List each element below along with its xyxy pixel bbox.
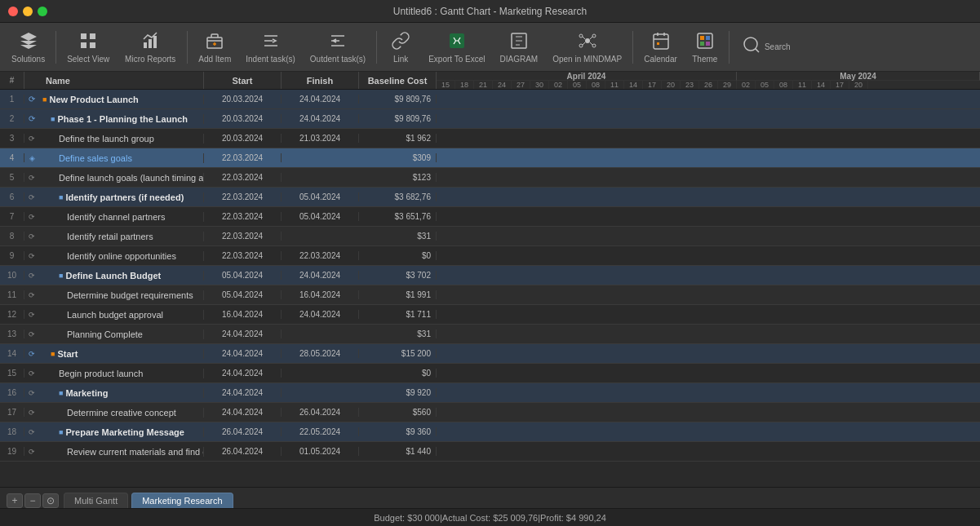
outdent-icon [328, 31, 348, 53]
minimize-button[interactable] [23, 7, 33, 16]
table-row[interactable]: 5 ⟳ Define launch goals (launch timing a… [0, 168, 980, 188]
day-cell: 05 [568, 81, 587, 89]
table-row[interactable]: 19 ⟳ Review current materials and find o… [0, 442, 980, 462]
window-controls[interactable] [8, 7, 47, 16]
tab-multi-gantt[interactable]: Multi Gantt [64, 493, 128, 508]
table-row[interactable]: 9 ⟳ Identify online opportunities 22.03.… [0, 246, 980, 266]
table-row[interactable]: 10 ⟳ ■Define Launch Budget 05.04.2024 24… [0, 266, 980, 285]
day-cell: 08 [774, 81, 793, 89]
svg-rect-15 [654, 34, 668, 49]
col-header-num: # [0, 72, 24, 89]
sep5 [729, 31, 729, 64]
zoom-button[interactable]: ⊙ [42, 493, 59, 508]
status-bar-text: Budget: $30 000|Actual Cost: $25 009,76|… [374, 513, 606, 523]
svg-rect-1 [90, 33, 95, 39]
table-row[interactable]: 12 ⟳ Launch budget approval 16.04.2024 2… [0, 305, 980, 325]
svg-rect-20 [700, 42, 704, 46]
indent-label: Indent task(s) [246, 55, 295, 64]
day-cell: 05 [756, 81, 774, 89]
link-icon [391, 31, 410, 53]
day-cell: 02 [549, 81, 568, 89]
tab-marketing-research[interactable]: Marketing Research [131, 493, 233, 508]
svg-point-22 [744, 38, 757, 51]
search-button[interactable]: Search [734, 25, 799, 69]
table-row[interactable]: 11 ⟳ Determine budget requirements 05.04… [0, 285, 980, 305]
solutions-icon [19, 31, 38, 53]
day-cell: 18 [455, 81, 474, 89]
indent-icon [261, 31, 281, 53]
micro-reports-button[interactable]: Micro Reports [118, 25, 183, 69]
table-row[interactable]: 16 ⟳ ■Marketing 24.04.2024 $9 920 [0, 383, 980, 403]
day-cell: 23 [681, 81, 699, 89]
day-cell: 20 [662, 81, 681, 89]
table-row[interactable]: 13 ⟳ Planning Complete 24.04.2024 $31 24… [0, 325, 980, 344]
svg-point-11 [579, 34, 583, 38]
svg-rect-17 [698, 33, 712, 48]
add-item-button[interactable]: Add Item [192, 25, 237, 69]
svg-rect-18 [700, 36, 704, 40]
table-row[interactable]: 8 ⟳ Identify retail partners 22.03.2024 … [0, 227, 980, 246]
export-excel-button[interactable]: Export To Excel [422, 25, 491, 69]
day-cell: 14 [624, 81, 643, 89]
svg-point-10 [585, 38, 590, 43]
solutions-label: Solutions [11, 55, 45, 64]
tab-multi-gantt-label: Multi Gantt [74, 496, 118, 506]
col-header-cost: Baseline Cost [359, 72, 437, 89]
remove-row-button[interactable]: − [24, 493, 41, 508]
outdent-button[interactable]: Outdent task(s) [304, 25, 372, 69]
table-row[interactable]: 2 ⟳ ■Phase 1 - Planning the Launch 20.03… [0, 109, 980, 129]
close-button[interactable] [8, 7, 18, 16]
table-row[interactable]: 1 ⟳ ■New Product Launch 20.03.2024 24.04… [0, 90, 980, 109]
diagram-icon [509, 31, 529, 53]
svg-point-12 [592, 34, 596, 38]
mindmap-button[interactable]: Open in MINDMAP [546, 25, 628, 69]
col-header-start: Start [204, 72, 282, 89]
svg-rect-2 [81, 42, 86, 48]
add-item-label: Add Item [198, 55, 231, 64]
calendar-icon [651, 31, 671, 53]
month-april: April 2024 [437, 72, 737, 81]
theme-button[interactable]: Theme [685, 25, 725, 69]
day-cell: 21 [474, 81, 493, 89]
table-row[interactable]: 17 ⟳ Determine creative concept 24.04.20… [0, 403, 980, 422]
diagram-label: DIAGRAM [500, 55, 539, 64]
mindmap-label: Open in MINDMAP [552, 55, 622, 64]
micro-reports-icon [140, 31, 160, 53]
month-may: May 2024 [737, 72, 980, 81]
table-row[interactable]: 4 ◈ Define sales goals 22.03.2024 $309 2… [0, 148, 980, 168]
day-cell: 29 [718, 81, 737, 89]
sep3 [376, 31, 377, 64]
select-view-button[interactable]: Select View [60, 25, 116, 69]
svg-point-14 [592, 44, 596, 47]
table-row[interactable]: 14 ⟳ ■Start 24.04.2024 28.05.2024 $15 20… [0, 344, 980, 364]
mindmap-icon [578, 31, 597, 53]
day-cell: 27 [512, 81, 530, 89]
select-view-label: Select View [67, 55, 109, 64]
search-icon [742, 35, 761, 57]
table-row[interactable]: 3 ⟳ Define the launch group 20.03.2024 2… [0, 129, 980, 148]
link-button[interactable]: Link [381, 25, 420, 69]
window-title: Untitled6 : Gantt Chart - Marketing Rese… [393, 6, 587, 17]
day-cell: 15 [437, 81, 455, 89]
diagram-button[interactable]: DIAGRAM [494, 25, 545, 69]
indent-button[interactable]: Indent task(s) [239, 25, 302, 69]
day-cell: 24 [493, 81, 512, 89]
solutions-button[interactable]: Solutions [5, 25, 51, 69]
sep2 [187, 31, 188, 64]
svg-rect-0 [81, 33, 86, 39]
theme-label: Theme [692, 55, 717, 64]
calendar-button[interactable]: Calendar [637, 25, 684, 69]
export-excel-label: Export To Excel [428, 55, 485, 64]
table-row[interactable]: 18 ⟳ ■Prepare Marketing Message 26.04.20… [0, 422, 980, 442]
table-row[interactable]: 15 ⟳ Begin product launch 24.04.2024 $0 … [0, 364, 980, 383]
day-cell: 11 [793, 81, 812, 89]
maximize-button[interactable] [38, 7, 47, 16]
day-cell: 30 [530, 81, 549, 89]
sep4 [632, 31, 633, 64]
add-row-button[interactable]: + [7, 493, 23, 508]
table-row[interactable]: 7 ⟳ Identify channel partners 22.03.2024… [0, 207, 980, 227]
search-label: Search [765, 42, 791, 51]
table-row[interactable]: 6 ⟳ ■Identify partners (if needed) 22.03… [0, 188, 980, 207]
add-item-icon [205, 31, 224, 53]
col-header-name: Name [39, 72, 204, 89]
